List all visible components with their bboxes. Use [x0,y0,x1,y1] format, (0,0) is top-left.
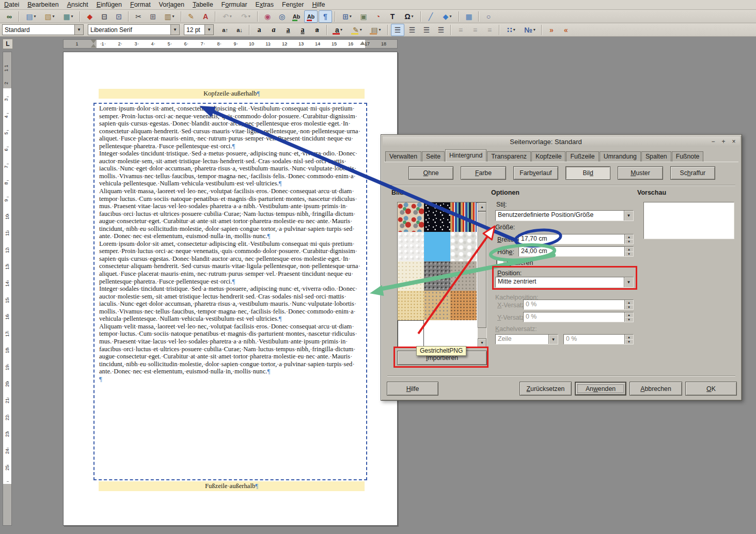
spin-down-icon[interactable]: ▼ [625,252,633,256]
image-thumbnail-stripes[interactable] [450,202,477,232]
dialog-titlebar[interactable]: Seitenvorlage: Standard − + × [383,136,740,147]
insert-textbox-icon[interactable]: T [386,10,399,23]
chevron-down-icon[interactable]: ▾ [230,14,232,19]
document-page[interactable]: Kopfzeile·außerhalb¶ Lorem·ipsum·dolor·s… [63,52,398,526]
document-paragraph[interactable]: Integer·sodales·tincidunt·tristique.·Sed… [99,285,364,323]
chevron-down-icon[interactable]: ▼ [624,277,633,287]
tab-seite[interactable]: Seite [422,151,445,162]
menu-vorlagen[interactable]: Vorlagen [155,1,188,9]
ok-button[interactable]: OK [685,382,737,396]
redo-icon[interactable]: ↷▾ [237,10,255,23]
background-color-icon[interactable]: ▤▾ [367,24,385,36]
document-paragraph[interactable]: Aliquam·velit·massa,·laoreet·vel·leo·nec… [99,187,364,240]
hoehe-value[interactable]: 24,00 cm [519,247,624,256]
increase-indent-icon[interactable]: » [545,24,558,36]
clone-formatting-icon[interactable]: ✎ [184,10,198,23]
image-thumbnail-night-sky[interactable] [424,202,450,232]
vertical-ruler[interactable]: 1 12345678910111213141516171819202122232… [3,52,12,526]
cut-icon[interactable]: ✂ [132,10,145,23]
gallery-icon[interactable]: ▦ [462,10,476,23]
close-icon[interactable]: × [730,137,738,146]
align-left-icon[interactable]: ☰ [391,24,404,36]
underline-icon[interactable]: a [281,24,295,36]
stil-select[interactable]: Benutzerdefinierte Position/Größe ▼ [495,210,634,221]
menu-fenster[interactable]: Fenster [278,1,308,9]
print-icon[interactable]: ⊟ [98,10,111,23]
font-color-icon[interactable]: a▾ [330,24,348,36]
find-icon[interactable]: ∞ [3,10,16,23]
special-character-icon[interactable]: Ω▾ [400,10,418,23]
menu-hilfe[interactable]: Hilfe [308,1,329,9]
insert-image-icon[interactable]: ▣ [357,10,370,23]
spin-down-icon[interactable]: ▼ [625,239,633,244]
minimize-button[interactable]: − [709,137,717,146]
clear-formatting-icon[interactable]: A [199,10,212,23]
menu-formular[interactable]: Formular [217,1,251,9]
tab-fuzeile[interactable]: Fußzeile [566,151,598,162]
horizontal-ruler[interactable]: 1 123456789101112131415161718 [63,39,398,49]
tab-kopfzeile[interactable]: Kopfzeile [531,151,566,162]
document-paragraph[interactable]: Integer·sodales·tincidunt·tristique.·Sed… [99,150,364,187]
image-list[interactable]: ▲ ▼ [397,202,487,348]
menu-datei[interactable]: Datei [0,1,23,9]
scroll-down-icon[interactable]: ▼ [478,338,486,347]
chevron-down-icon[interactable]: ▾ [360,27,362,32]
chevron-down-icon[interactable]: ▾ [449,14,451,19]
image-thumbnail-granite-dark[interactable] [424,261,450,291]
chevron-down-icon[interactable]: ▾ [340,27,342,32]
paste-icon[interactable]: ▥▾ [161,10,178,23]
italic-icon[interactable]: a [267,24,280,36]
export-pdf-icon[interactable]: ◆ [83,10,97,23]
zoom-icon[interactable]: ○ [482,10,495,23]
tab-hintergrund[interactable]: Hintergrund [445,149,486,162]
menu-extras[interactable]: Extras [251,1,278,9]
chevron-down-icon[interactable]: ▼ [624,211,633,221]
fill-type-farbe[interactable]: Farbe [461,166,506,180]
anwenden-button[interactable]: Anwenden [575,382,626,396]
image-thumbnail-sand[interactable] [424,291,450,320]
line-spacing-icon[interactable]: ≡ [454,24,467,36]
maximize-button[interactable]: + [719,137,728,146]
chevron-down-icon[interactable]: ▾ [71,14,73,19]
menu-ansicht[interactable]: Ansicht [63,1,92,9]
tab-spalten[interactable]: Spalten [641,151,671,162]
chevron-down-icon[interactable]: ▼ [204,25,213,35]
image-thumbnail-parchment[interactable] [398,261,424,291]
fill-type-ohne[interactable]: Ohne [408,166,453,180]
chevron-down-icon[interactable]: ▾ [53,14,55,19]
chevron-down-icon[interactable]: ▾ [248,14,250,19]
chevron-down-icon[interactable]: ▾ [533,27,536,32]
hoehe-spinner[interactable]: 24,00 cm ▲▼ [518,246,634,257]
image-thumbnail-sky-blue[interactable] [424,232,450,261]
image-thumbnail-paper-white[interactable] [398,232,424,261]
font-name-combo[interactable]: Liberation Serif ▼ [88,24,180,35]
formatting-marks-icon[interactable]: ¶ [319,10,332,23]
save-icon[interactable]: ▦▾ [59,10,77,23]
print-preview-icon[interactable]: ⊡ [112,10,125,23]
chevron-down-icon[interactable]: ▾ [412,14,414,19]
menu-bearbeiten[interactable]: Bearbeiten [23,1,62,9]
chevron-down-icon[interactable]: ▼ [74,25,83,35]
chevron-down-icon[interactable]: ▾ [34,14,36,19]
highlight-color-icon[interactable]: ✎▾ [349,24,366,36]
image-thumbnail-flowers[interactable] [398,202,424,232]
basic-shapes-icon[interactable]: ◆▾ [438,10,456,23]
position-select[interactable]: Mitte zentriert ▼ [495,277,634,288]
copy-icon[interactable]: ⊞ [146,10,160,23]
skalieren-checkbox[interactable] [496,259,503,266]
chevron-down-icon[interactable]: ▾ [350,14,352,19]
paragraph-space-decrease-icon[interactable]: ≡ [483,24,496,36]
abbrechen-button[interactable]: Abbrechen [629,382,682,396]
tab-verwalten[interactable]: Verwalten [385,151,421,162]
align-center-icon[interactable]: ☰ [405,24,419,36]
breite-value[interactable]: 17,70 cm [519,234,624,244]
scrollbar-thumb[interactable] [478,211,486,328]
find-replace-icon[interactable]: ◉ [261,10,274,23]
open-icon[interactable]: ▧▾ [41,10,58,23]
document-paragraph[interactable]: Lorem·ipsum·dolor·sit·amet,·consectetur·… [99,105,364,150]
image-thumbnail-sand-light[interactable] [398,291,424,320]
numbered-list-icon[interactable]: №▾ [521,24,539,36]
image-list-scrollbar[interactable]: ▲ ▼ [478,202,486,347]
page-footer[interactable]: Fußzeile·außerhalb¶ [99,481,365,491]
insert-line-icon[interactable]: ╱ [424,10,437,23]
